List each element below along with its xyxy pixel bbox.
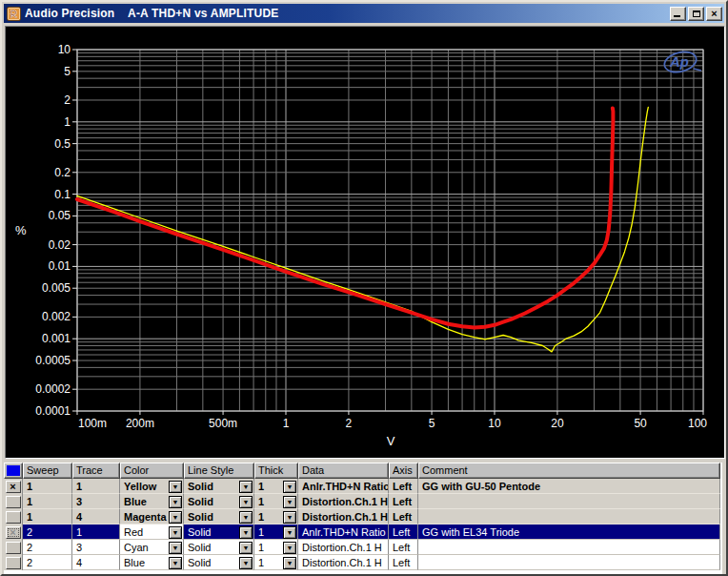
row-show-checkbox-cell: × (4, 479, 23, 494)
color-select-value: Blue (124, 557, 169, 568)
y-tick-label: 0.05 (49, 209, 71, 222)
blue-square-icon (7, 465, 20, 476)
column-header-axis[interactable]: Axis (389, 463, 418, 479)
trace-table-row-1[interactable]: ×11Yellow▼Solid▼1▼Anlr.THD+N RatioLeftGG… (4, 479, 720, 494)
comment-cell (418, 555, 720, 570)
chevron-down-icon: ▼ (172, 483, 179, 490)
thickness-select[interactable]: 1▼ (254, 555, 298, 570)
column-header-color[interactable]: Color (120, 463, 184, 479)
line-style-select-dropdown-button[interactable]: ▼ (239, 496, 253, 508)
column-header-data[interactable]: Data (298, 463, 389, 479)
thickness-select[interactable]: 1▼ (254, 479, 298, 494)
line-style-select[interactable]: Solid▼ (184, 479, 254, 494)
trace-table-row-4[interactable]: ×21Red▼Solid▼1▼Anlr.THD+N RatioLeftGG wi… (4, 525, 720, 540)
comment-cell (418, 540, 720, 555)
trace-table-row-2[interactable]: 13Blue▼Solid▼1▼Distortion.Ch.1 HLeft (4, 494, 720, 509)
close-icon: × (711, 9, 717, 18)
trace-table-row-6[interactable]: 24Blue▼Solid▼1▼Distortion.Ch.1 HLeft (4, 555, 720, 570)
line-style-select[interactable]: Solid▼ (184, 540, 254, 555)
line-style-select-dropdown-button[interactable]: ▼ (239, 542, 253, 554)
title-bar[interactable]: Audio Precision A-A THD+N vs AMPLITUDE × (4, 4, 724, 23)
y-axis-label: % (15, 223, 27, 237)
line-style-select-value: Solid (188, 496, 239, 507)
chevron-down-icon: ▼ (172, 560, 179, 566)
color-select[interactable]: Magenta▼ (120, 509, 184, 525)
column-header-comment[interactable]: Comment (418, 463, 720, 479)
color-select[interactable]: Blue▼ (120, 494, 184, 509)
minimize-button[interactable] (670, 7, 686, 21)
thickness-select[interactable]: 1▼ (254, 540, 298, 555)
line-style-select[interactable]: Solid▼ (184, 509, 254, 525)
graph-panel[interactable]: 105210.50.20.10.050.020.010.0050.0020.00… (5, 26, 725, 459)
row-show-checkbox[interactable] (6, 496, 21, 508)
x-tick-label: 50 (634, 417, 647, 430)
thickness-select-dropdown-button[interactable]: ▼ (283, 557, 296, 569)
row-show-checkbox[interactable] (6, 557, 21, 569)
column-header-thick[interactable]: Thick (254, 463, 298, 479)
line-style-select[interactable]: Solid▼ (184, 525, 254, 540)
row-show-checkbox[interactable]: × (6, 481, 21, 493)
line-style-select[interactable]: Solid▼ (184, 555, 254, 570)
color-select-dropdown-button[interactable]: ▼ (169, 511, 182, 524)
sweep-cell: 2 (23, 555, 72, 570)
minimize-icon (674, 15, 680, 17)
color-select-dropdown-button[interactable]: ▼ (169, 496, 182, 508)
thickness-select-value: 1 (258, 542, 283, 553)
thickness-select-value: 1 (258, 526, 283, 538)
thickness-select[interactable]: 1▼ (254, 525, 298, 540)
trace-cell: 1 (72, 525, 120, 540)
color-select[interactable]: Cyan▼ (120, 540, 184, 555)
sweep-cell: 1 (23, 479, 72, 494)
color-select[interactable]: Yellow▼ (120, 479, 184, 494)
color-select[interactable]: Red▼ (120, 525, 184, 540)
column-header-line-style[interactable]: Line Style (184, 463, 254, 479)
chevron-down-icon: ▼ (243, 560, 250, 566)
row-show-checkbox[interactable]: × (6, 526, 21, 539)
y-tick-label: 2 (64, 93, 71, 107)
color-select[interactable]: Blue▼ (120, 555, 184, 570)
thickness-select[interactable]: 1▼ (254, 509, 298, 525)
trace-table: SweepTraceColorLine StyleThickDataAxisCo… (4, 463, 722, 574)
chevron-down-icon: ▼ (287, 483, 293, 490)
color-select-value: Blue (124, 496, 169, 507)
maximize-button[interactable] (688, 7, 704, 21)
line-style-select-value: Solid (188, 511, 239, 523)
column-header-sweep[interactable]: Sweep (23, 463, 72, 479)
close-button[interactable]: × (706, 7, 722, 21)
color-select-dropdown-button[interactable]: ▼ (169, 526, 182, 539)
trace-table-row-5[interactable]: 23Cyan▼Solid▼1▼Distortion.Ch.1 HLeft (4, 540, 720, 555)
x-tick-label: 10 (488, 417, 501, 430)
x-tick-label: 100m (78, 417, 107, 430)
y-tick-label: 0.001 (42, 332, 71, 345)
color-select-dropdown-button[interactable]: ▼ (169, 557, 182, 569)
column-header-trace[interactable]: Trace (72, 463, 120, 479)
sweep-cell: 2 (23, 540, 72, 555)
x-axis-label: V (387, 434, 395, 448)
thickness-select-dropdown-button[interactable]: ▼ (283, 496, 296, 508)
trace-table-row-3[interactable]: 14Magenta▼Solid▼1▼Distortion.Ch.1 HLeft (4, 509, 720, 525)
axis-cell: Left (389, 525, 418, 540)
y-tick-label: 10 (58, 43, 71, 56)
select-all-header[interactable] (4, 463, 23, 479)
line-style-select-value: Solid (188, 481, 239, 492)
line-style-select[interactable]: Solid▼ (184, 494, 254, 509)
thickness-select-dropdown-button[interactable]: ▼ (283, 542, 296, 554)
line-style-select-dropdown-button[interactable]: ▼ (239, 481, 253, 493)
color-select-dropdown-button[interactable]: ▼ (169, 542, 182, 554)
line-style-select-dropdown-button[interactable]: ▼ (239, 557, 253, 569)
thickness-select-dropdown-button[interactable]: ▼ (283, 481, 296, 493)
line-style-select-dropdown-button[interactable]: ▼ (239, 526, 253, 539)
row-show-checkbox[interactable] (6, 542, 21, 554)
y-tick-label: 0.1 (54, 188, 71, 201)
line-style-select-value: Solid (188, 542, 239, 553)
thickness-select[interactable]: 1▼ (254, 494, 298, 509)
y-tick-label: 0.0005 (35, 354, 71, 367)
thickness-select-dropdown-button[interactable]: ▼ (283, 526, 296, 539)
row-show-checkbox[interactable] (6, 511, 21, 524)
data-source-cell: Distortion.Ch.1 H (298, 509, 389, 525)
trace-cell: 3 (72, 494, 120, 509)
color-select-dropdown-button[interactable]: ▼ (169, 481, 182, 493)
y-tick-label: 0.005 (42, 281, 71, 295)
line-style-select-dropdown-button[interactable]: ▼ (239, 511, 253, 524)
thickness-select-dropdown-button[interactable]: ▼ (283, 511, 296, 524)
